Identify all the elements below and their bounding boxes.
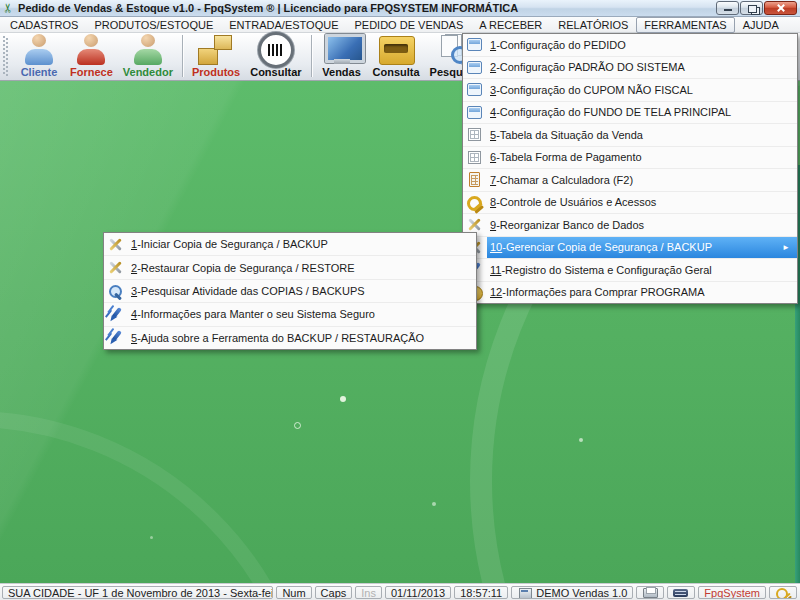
toolbar-button[interactable]: Cliente: [13, 33, 65, 79]
toolbar-button-label: Cliente: [21, 66, 58, 78]
status-insert: Ins: [355, 586, 382, 599]
menu-item[interactable]: 4-Configuração do FUNDO DE TELA PRINCIPA…: [463, 102, 797, 125]
toolbar-button-label: Fornece: [70, 66, 113, 78]
window-icon: [466, 105, 483, 120]
submenu-item[interactable]: 5-Ajuda sobre a Ferramenta do BACKUP / R…: [104, 327, 476, 349]
monitor-icon: [321, 34, 363, 65]
toolbar-separator: [311, 35, 312, 77]
menubar: CADASTROS PRODUTOS/ESTOQUE ENTRADA/ESTOQ…: [0, 17, 800, 33]
person-red-icon: [70, 34, 112, 65]
menu-item[interactable]: 11-Registro do Sistema e Configuração Ge…: [463, 259, 797, 282]
restore-button[interactable]: [740, 1, 763, 15]
menu-item[interactable]: 8-Controle de Usuários e Acessos: [463, 192, 797, 215]
submenu-item-label: 5-Ajuda sobre a Ferramenta do BACKUP / R…: [131, 332, 424, 344]
menubar-item[interactable]: ENTRADA/ESTOQUE: [221, 17, 346, 33]
minimize-button[interactable]: [716, 1, 739, 15]
submenu-item[interactable]: 4-Informações para Manter o seu Sistema …: [104, 303, 476, 326]
toolbar-button[interactable]: Fornece: [65, 33, 118, 79]
window-title: Pedido de Vendas & Estoque v1.0 - FpqSys…: [18, 2, 518, 14]
person-green-icon: [127, 34, 169, 65]
menu-item[interactable]: 1-Configuração do PEDIDO: [463, 34, 797, 57]
printer-icon: [642, 587, 658, 599]
status-brand: FpqSystem: [698, 586, 766, 599]
barcode-icon: [255, 34, 297, 65]
boxes-icon: [195, 34, 237, 65]
menu-item-label: 12-Informações para Comprar PROGRAMA: [490, 286, 705, 298]
submenu-item[interactable]: 1-Iniciar Copia de Segurança / BACKUP: [104, 233, 476, 256]
menu-item[interactable]: 7-Chamar a Calculadora (F2): [463, 169, 797, 192]
status-date: 01/11/2013: [385, 586, 451, 599]
status-num-lock: Num: [276, 586, 311, 599]
menubar-item[interactable]: PEDIDO DE VENDAS: [346, 17, 471, 33]
toolbar-button[interactable]: Consultar: [245, 33, 306, 79]
status-printer-panel[interactable]: [636, 586, 664, 599]
window-controls: [716, 1, 797, 15]
magnifier-icon: [107, 284, 124, 299]
toolbar-button-label: Vendedor: [123, 66, 173, 78]
status-caps-lock: Caps: [315, 586, 353, 599]
toolbar-button[interactable]: Vendas: [316, 33, 368, 79]
menu-item-label: 3-Configuração do CUPOM NÃO FISCAL: [490, 84, 693, 96]
menubar-item[interactable]: FERRAMENTAS: [636, 17, 734, 33]
app-mini-icon: [517, 587, 533, 599]
toolbar-button[interactable]: Vendedor: [118, 33, 178, 79]
menu-item[interactable]: 6-Tabela Forma de Pagamento: [463, 147, 797, 170]
menubar-item[interactable]: CADASTROS: [2, 17, 86, 33]
menubar-item[interactable]: RELATÓRIOS: [550, 17, 636, 33]
menu-item[interactable]: 12-Informações para Comprar PROGRAMA: [463, 282, 797, 304]
menu-item-label: 8-Controle de Usuários e Acessos: [490, 196, 656, 208]
statusbar: SUA CIDADE - UF 1 de Novembro de 2013 - …: [0, 583, 800, 600]
keys-icon: [775, 587, 791, 599]
ferramentas-dropdown-menu: 1-Configuração do PEDIDO 2-Configuração …: [462, 33, 798, 304]
wallpaper-dot: [579, 438, 583, 442]
drawer-icon: [375, 34, 417, 65]
close-button[interactable]: [764, 1, 797, 15]
toolbar-separator: [182, 35, 183, 77]
network-icon: [673, 587, 689, 599]
toolbar-button-label: Produtos: [192, 66, 240, 78]
menubar-item[interactable]: AJUDA: [735, 17, 787, 33]
menu-item[interactable]: 10-Gerenciar Copia de Segurança / BACKUP…: [463, 237, 797, 260]
window-icon: [466, 82, 483, 97]
status-version-panel: DEMO Vendas 1.0: [511, 586, 633, 599]
toolbar-grip-icon[interactable]: [3, 36, 9, 76]
submenu-item[interactable]: 3-Pesquisar Atividade das COPIAS / BACKU…: [104, 280, 476, 303]
status-time: 18:57:11: [454, 586, 508, 599]
menu-item-label: 1-Configuração do PEDIDO: [490, 39, 626, 51]
menubar-item[interactable]: PRODUTOS/ESTOQUE: [86, 17, 221, 33]
status-version-label: DEMO Vendas 1.0: [536, 587, 627, 599]
wallpaper-dot: [432, 502, 436, 506]
menu-item-label: 7-Chamar a Calculadora (F2): [490, 174, 633, 186]
toolbar-button[interactable]: Produtos: [187, 33, 245, 79]
pen-icon: [107, 307, 124, 322]
tools-icon: [466, 217, 483, 232]
menu-item[interactable]: 2-Configuração PADRÃO DO SISTEMA: [463, 57, 797, 80]
toolbar-button[interactable]: Consulta: [368, 33, 425, 79]
wallpaper-arc: [0, 411, 320, 583]
backup-submenu: 1-Iniciar Copia de Segurança / BACKUP 2-…: [103, 232, 477, 350]
table-icon: [466, 150, 483, 165]
toolbar-button-label: Vendas: [322, 66, 361, 78]
person-blue-icon: [18, 34, 60, 65]
menu-item[interactable]: 3-Configuração do CUPOM NÃO FISCAL: [463, 79, 797, 102]
window-icon: [466, 37, 483, 52]
pen-icon: [107, 330, 124, 345]
keys-icon: [466, 195, 483, 210]
submenu-item-label: 4-Informações para Manter o seu Sistema …: [131, 308, 375, 320]
status-network-panel[interactable]: [667, 586, 695, 599]
submenu-arrow-icon: ►: [782, 243, 790, 252]
submenu-item[interactable]: 2-Restaurar Copia de Segurança / RESTORE: [104, 256, 476, 279]
menu-item-label: 5-Tabela da Situação da Venda: [490, 129, 643, 141]
titlebar: ✂ Pedido de Vendas & Estoque v1.0 - FpqS…: [0, 0, 800, 17]
menubar-item[interactable]: A RECEBER: [471, 17, 550, 33]
menu-item[interactable]: 5-Tabela da Situação da Venda: [463, 124, 797, 147]
submenu-item-label: 2-Restaurar Copia de Segurança / RESTORE: [131, 262, 355, 274]
status-location: SUA CIDADE - UF 1 de Novembro de 2013 - …: [2, 586, 273, 599]
toolbar-button-label: Consulta: [373, 66, 420, 78]
menu-item-label: 4-Configuração do FUNDO DE TELA PRINCIPA…: [490, 106, 731, 118]
menu-item[interactable]: 9-Reorganizar Banco de Dados: [463, 214, 797, 237]
submenu-item-label: 1-Iniciar Copia de Segurança / BACKUP: [131, 238, 328, 250]
status-keys-panel[interactable]: [769, 586, 797, 599]
toolbar-button-label: Consultar: [250, 66, 301, 78]
app-window: ✂ Pedido de Vendas & Estoque v1.0 - FpqS…: [0, 0, 800, 600]
